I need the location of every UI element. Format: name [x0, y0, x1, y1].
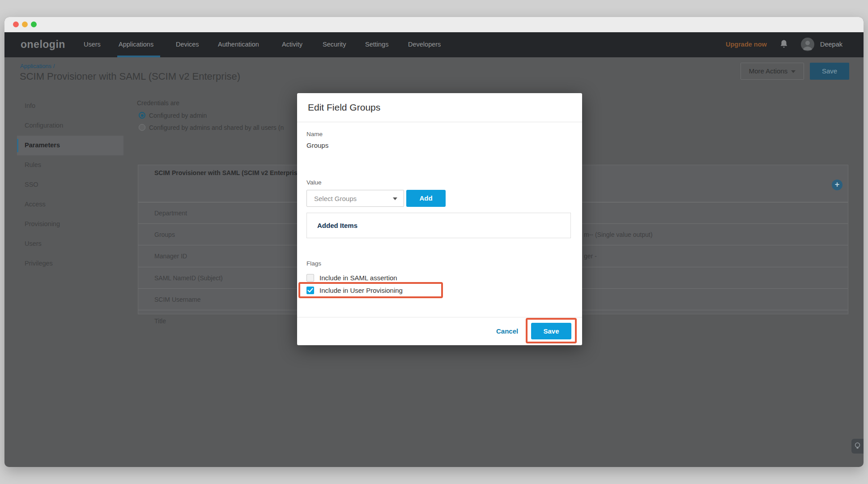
- nav-item-devices[interactable]: Devices: [176, 41, 199, 48]
- flags-label: Flags: [306, 260, 321, 267]
- page-save-button[interactable]: Save: [810, 63, 849, 80]
- modal-header-divider: [297, 122, 582, 122]
- more-actions-button[interactable]: More Actions: [740, 63, 804, 80]
- name-label: Name: [306, 131, 323, 137]
- checkbox-include-user-provisioning[interactable]: [306, 287, 314, 294]
- user-avatar[interactable]: [801, 38, 814, 51]
- sidebar-item-configuration[interactable]: Configuration: [25, 122, 63, 129]
- cancel-button[interactable]: Cancel: [496, 323, 518, 339]
- sidebar-item-parameters[interactable]: Parameters: [25, 141, 60, 149]
- sidebar-item-users[interactable]: Users: [25, 240, 42, 247]
- add-parameter-button plus-icon[interactable]: [832, 180, 842, 190]
- sidebar-item-provisioning[interactable]: Provisioning: [25, 220, 60, 227]
- sidebar-item-privileges[interactable]: Privileges: [25, 260, 53, 267]
- window-titlebar: [4, 17, 864, 32]
- added-items-box: Added Items: [306, 213, 571, 238]
- sidebar-item-sso[interactable]: SSO: [25, 181, 38, 188]
- nav-item-activity[interactable]: Activity: [282, 41, 302, 48]
- checkbox-include-user-provisioning-label[interactable]: Include in User Provisioning: [319, 287, 403, 294]
- table-row-groups[interactable]: Groups: [154, 231, 175, 238]
- table-header: SCIM Provisioner with SAML (SCIM v2 Ente…: [154, 169, 303, 176]
- table-row-manager-id[interactable]: Manager ID: [154, 253, 187, 260]
- sidebar-item-rules[interactable]: Rules: [25, 161, 41, 168]
- app-window: onelogin Users Applications Devices Auth…: [4, 17, 864, 467]
- edit-field-groups-modal: Edit Field Groups Name Groups Value Sele…: [297, 93, 582, 345]
- value-label: Value: [306, 179, 322, 186]
- notifications-bell-icon[interactable]: [779, 39, 788, 49]
- nav-item-developers[interactable]: Developers: [408, 41, 441, 48]
- radio-configured-shared-label[interactable]: Configured by admins and shared by all u…: [149, 124, 284, 131]
- more-actions-label: More Actions: [749, 67, 788, 75]
- sidebar-item-info[interactable]: Info: [25, 102, 35, 109]
- user-name-label[interactable]: Deepak: [820, 41, 842, 48]
- nav-item-authentication[interactable]: Authentication: [218, 41, 259, 48]
- save-button[interactable]: Save: [531, 323, 571, 339]
- close-window-button[interactable]: [13, 21, 19, 27]
- maximize-window-button[interactable]: [31, 21, 37, 27]
- modal-footer-divider: [297, 317, 582, 317]
- credentials-label: Credentials are: [137, 99, 179, 107]
- table-row-manager-id-value: ger -: [584, 253, 597, 260]
- check-icon: [307, 288, 313, 293]
- select-groups-placeholder: Select Groups: [314, 195, 357, 202]
- upgrade-now-link[interactable]: Upgrade now: [726, 41, 767, 48]
- minimize-window-button[interactable]: [22, 21, 28, 27]
- table-row-groups-value: m-- (Single value output): [584, 231, 652, 238]
- modal-title: Edit Field Groups: [308, 102, 380, 113]
- table-row-title[interactable]: Title: [154, 317, 166, 325]
- radio-configured-shared[interactable]: [139, 124, 145, 131]
- nav-item-applications[interactable]: Applications: [119, 41, 153, 48]
- checkbox-include-saml-assertion-label[interactable]: Include in SAML assertion: [319, 274, 397, 282]
- onelogin-logo[interactable]: onelogin: [21, 39, 65, 51]
- select-groups-dropdown[interactable]: Select Groups: [306, 190, 404, 207]
- nav-item-settings[interactable]: Settings: [365, 41, 388, 48]
- name-value: Groups: [306, 141, 328, 149]
- added-items-label: Added Items: [317, 222, 357, 229]
- active-tab-underline: [117, 56, 160, 57]
- table-row-scim-username[interactable]: SCIM Username: [154, 296, 200, 303]
- chevron-down-icon: [393, 197, 397, 200]
- table-row-department[interactable]: Department: [154, 210, 187, 217]
- help-button[interactable]: [851, 439, 864, 454]
- radio-configured-by-admin-label[interactable]: Configured by admin: [149, 112, 207, 119]
- sidebar-item-access[interactable]: Access: [25, 201, 46, 208]
- lightbulb-icon: [851, 439, 864, 454]
- table-row-saml-nameid[interactable]: SAML NameID (Subject): [154, 274, 223, 282]
- add-button[interactable]: Add: [406, 190, 446, 207]
- chevron-down-icon: [791, 70, 796, 73]
- page-title: SCIM Provisioner with SAML (SCIM v2 Ente…: [20, 71, 240, 82]
- top-navbar: onelogin Users Applications Devices Auth…: [4, 32, 864, 57]
- radio-configured-by-admin[interactable]: [139, 112, 145, 119]
- sidebar-active-indicator: [17, 139, 18, 152]
- checkbox-include-saml-assertion[interactable]: [306, 274, 314, 282]
- nav-item-security[interactable]: Security: [323, 41, 346, 48]
- breadcrumb[interactable]: Applications /: [20, 63, 55, 69]
- nav-item-users[interactable]: Users: [84, 41, 101, 48]
